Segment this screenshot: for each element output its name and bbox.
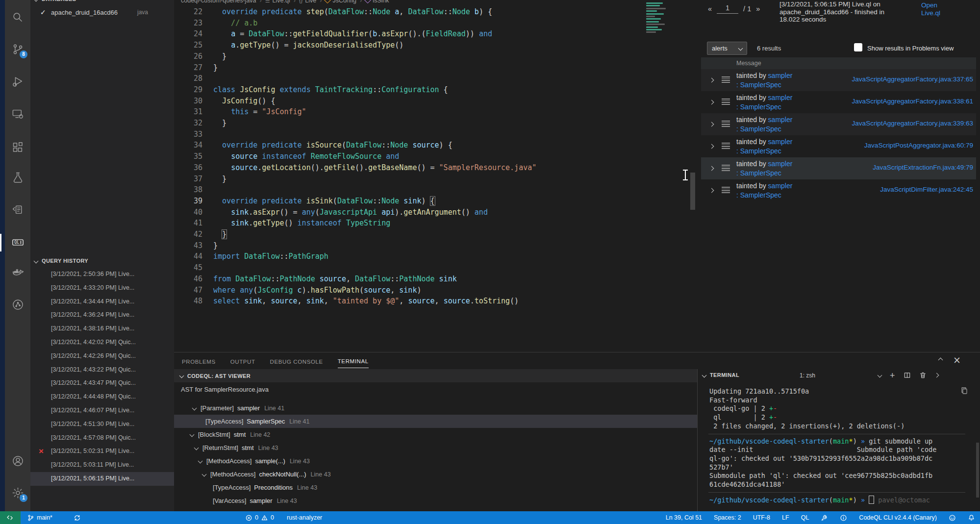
info-icon[interactable] — [840, 514, 847, 522]
ast-node[interactable]: [VarAccess]samplerLine 43 — [174, 494, 697, 507]
query-history-item[interactable]: [3/12/2021, 4:44:48 PM] Quic... — [30, 390, 174, 404]
expand-chevron-icon[interactable] — [709, 100, 714, 105]
query-history-item[interactable]: [3/12/2021, 4:34:44 PM] Live... — [30, 295, 174, 309]
result-location-link[interactable]: JavaScriptExtractionFn.java:49:79 — [873, 164, 973, 171]
breadcrumb-item[interactable]: {}Live — [299, 0, 316, 4]
databases-section-header-clipped[interactable]: DATABASES — [30, 0, 174, 4]
terminal-title[interactable]: TERMINAL — [703, 372, 739, 378]
feedback-icon[interactable] — [949, 514, 956, 522]
rocket-icon[interactable] — [821, 514, 828, 522]
result-row[interactable]: tainted by sampler: SamplerSpecJavaScrip… — [701, 91, 976, 113]
query-history-item[interactable]: [3/12/2021, 5:03:11 PM] Live... — [30, 458, 174, 472]
result-message-link[interactable]: sampler — [768, 94, 793, 101]
codeql-query-results-icon[interactable] — [11, 203, 25, 216]
account-icon[interactable] — [11, 454, 25, 468]
result-location-link[interactable]: JavaScriptAggregatorFactory.java:339:63 — [852, 120, 973, 127]
indentation-status[interactable]: Spaces: 2 — [714, 514, 741, 521]
expand-chevron-icon[interactable] — [709, 188, 714, 193]
remote-indicator[interactable] — [0, 511, 21, 524]
result-location-link[interactable]: JavaScriptAggregatorFactory.java:338:61 — [852, 98, 973, 105]
query-history-item[interactable]: [3/12/2021, 4:43:22 PM] Quic... — [30, 363, 174, 377]
cursor-position-status[interactable]: Ln 39, Col 51 — [666, 514, 702, 521]
codeql-cli-status[interactable]: CodeQL CLI v2.4.4 (Canary) — [859, 514, 937, 521]
query-history-item[interactable]: [3/12/2021, 4:33:20 PM] Live... — [30, 281, 174, 295]
terminal-output[interactable]: Updating 721aa10..5715f0aFast-forward co… — [698, 382, 980, 504]
query-history-item[interactable]: [3/12/2021, 4:38:16 PM] Live... — [30, 322, 174, 336]
run-debug-icon[interactable] — [11, 75, 25, 88]
breadcrumb-item[interactable]: JsConfig — [325, 0, 356, 4]
ast-node[interactable]: [BlockStmt]stmtLine 42 — [174, 428, 697, 441]
result-row[interactable]: tainted by sampler: SamplerSpecJavaScrip… — [701, 69, 976, 91]
problems-view-checkbox[interactable] — [854, 43, 862, 51]
settings-gear-icon[interactable]: 1 — [11, 486, 25, 499]
result-row[interactable]: tainted by sampler: SamplerSpecJavaScrip… — [701, 157, 976, 179]
pager-next-button[interactable]: » — [756, 5, 760, 13]
commit-graph-icon[interactable] — [11, 298, 25, 311]
panel-tab-output[interactable]: OUTPUT — [230, 354, 255, 368]
ast-node[interactable]: [ReturnStmt]stmtLine 43 — [174, 441, 697, 454]
more-actions-icon[interactable] — [934, 373, 939, 378]
sync-status[interactable] — [74, 511, 81, 524]
ast-node[interactable]: [Parameter]samplerLine 41 — [174, 401, 697, 415]
result-location-link[interactable]: JavaScriptPostAggregator.java:60:79 — [864, 142, 973, 149]
query-history-item[interactable]: [3/12/2021, 4:46:07 PM] Live... — [30, 404, 174, 418]
query-history-item[interactable]: [3/12/2021, 4:42:26 PM] Quic... — [30, 349, 174, 363]
terminal-dropdown-icon[interactable] — [878, 373, 882, 378]
result-location-link[interactable]: JavaScriptAggregatorFactory.java:337:65 — [852, 75, 973, 83]
new-terminal-icon[interactable]: + — [890, 372, 895, 379]
expand-chevron-icon[interactable] — [709, 78, 714, 83]
query-history-item[interactable]: [3/12/2021, 5:06:15 PM] Live... — [30, 472, 174, 486]
breadcrumb-item[interactable]: ☰Live.ql — [265, 0, 290, 4]
code-editor[interactable]: codeql-custom-queries-java›☰Live.ql›{}Li… — [174, 0, 697, 352]
query-history-item[interactable]: [3/12/2021, 4:57:08 PM] Quic... — [30, 431, 174, 445]
panel-tab-debug-console[interactable]: DEBUG CONSOLE — [270, 354, 323, 368]
breadcrumb[interactable]: codeql-custom-queries-java›☰Live.ql›{}Li… — [174, 0, 697, 5]
result-message-link[interactable]: sampler — [768, 182, 793, 190]
docker-icon[interactable] — [11, 266, 25, 279]
branch-status[interactable]: main* — [27, 511, 52, 524]
problems-status[interactable]: 0 0 — [245, 511, 274, 524]
result-location-link[interactable]: JavaScriptDimFilter.java:242:45 — [880, 186, 973, 193]
terminal-scrollbar[interactable] — [976, 443, 979, 498]
database-item[interactable]: ✓ apache_druid_16acd66 java — [30, 6, 174, 19]
close-panel-icon[interactable]: × — [953, 355, 961, 365]
expand-chevron-icon[interactable] — [709, 166, 714, 171]
result-message-link[interactable]: sampler — [768, 160, 793, 168]
query-history-item[interactable]: [3/12/2021, 4:36:24 PM] Live... — [30, 308, 174, 322]
codeql-icon[interactable]: QL — [11, 236, 25, 249]
terminal-shell-selector[interactable]: 1: zsh — [800, 372, 815, 379]
pager-prev-button[interactable]: « — [708, 5, 712, 13]
query-history-item[interactable]: [3/12/2021, 4:43:47 PM] Quic... — [30, 376, 174, 390]
result-row[interactable]: tainted by sampler: SamplerSpecJavaScrip… — [701, 179, 976, 201]
result-row[interactable]: tainted by sampler: SamplerSpecJavaScrip… — [701, 135, 976, 157]
breadcrumb-item[interactable]: isSink — [365, 0, 389, 4]
result-message-link[interactable]: sampler — [768, 138, 793, 146]
query-history-item[interactable]: [3/12/2021, 2:50:36 PM] Live... — [30, 268, 174, 281]
ast-node[interactable]: [TypeAccess]PreconditionsLine 43 — [174, 481, 697, 494]
ast-node[interactable]: [MethodAccess]checkNotNull(...)Line 43 — [174, 468, 697, 481]
kill-terminal-icon[interactable] — [919, 372, 927, 379]
ast-viewer-header[interactable]: CODEQL: AST VIEWER — [174, 369, 697, 382]
copy-output-icon[interactable] — [960, 387, 968, 395]
source-control-icon[interactable]: 8 — [11, 43, 25, 56]
query-history-item[interactable]: [3/12/2021, 4:51:30 PM] Live... — [30, 418, 174, 431]
result-row[interactable]: tainted by sampler: SamplerSpecJavaScrip… — [701, 113, 976, 135]
encoding-status[interactable]: UTF-8 — [753, 514, 770, 521]
editor-scrollbar[interactable] — [690, 173, 695, 210]
expand-chevron-icon[interactable] — [709, 144, 714, 149]
open-query-link[interactable]: Open Live.ql — [921, 1, 940, 17]
pager-page-input[interactable]: 1 — [717, 4, 738, 14]
minimap[interactable] — [646, 2, 668, 34]
language-server-status[interactable]: rust-analyzer — [287, 511, 322, 524]
result-message-link[interactable]: sampler — [768, 116, 793, 124]
extensions-icon[interactable] — [11, 141, 25, 154]
search-icon[interactable] — [11, 11, 25, 24]
query-history-item[interactable]: ×[3/12/2021, 5:02:31 PM] Live... — [30, 445, 174, 458]
breadcrumb-item[interactable]: codeql-custom-queries-java — [181, 0, 256, 4]
ast-node[interactable]: [MethodAccess]sample(...)Line 43 — [174, 454, 697, 468]
query-history-item[interactable]: [3/12/2021, 4:42:02 PM] Quic... — [30, 336, 174, 349]
query-history-section-header[interactable]: QUERY HISTORY — [30, 254, 174, 267]
ast-node[interactable]: [TypeAccess]SamplerSpecLine 41 — [174, 415, 697, 428]
result-message-link[interactable]: sampler — [768, 72, 793, 79]
expand-chevron-icon[interactable] — [709, 122, 714, 127]
